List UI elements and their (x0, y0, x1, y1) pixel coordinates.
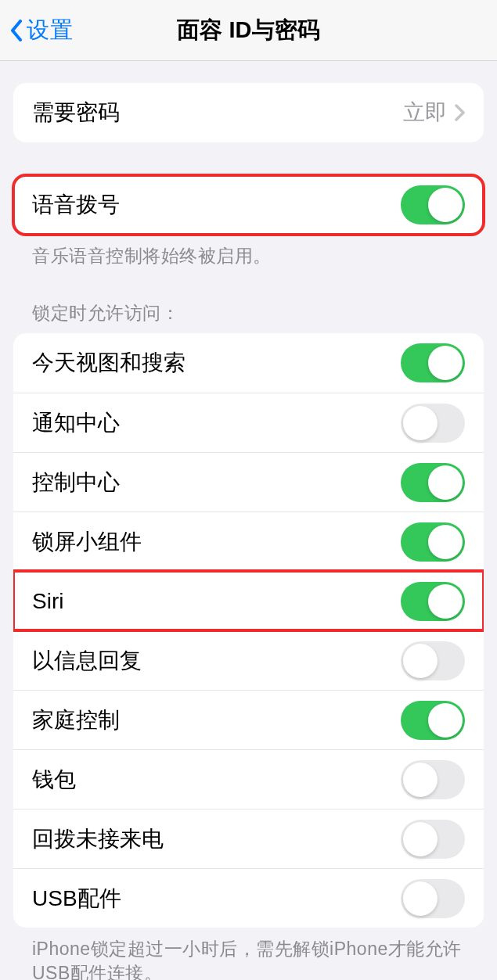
lock-access-row: 控制中心 (13, 452, 484, 512)
voice-dial-footer: 音乐语音控制将始终被启用。 (13, 235, 484, 268)
back-button[interactable]: 设置 (9, 15, 74, 46)
lock-access-footer: iPhone锁定超过一小时后，需先解锁iPhone才能允许USB配件连接。 (13, 928, 484, 980)
lock-access-item-label: 以信息回复 (32, 646, 142, 676)
lock-access-group: 今天视图和搜索通知中心控制中心锁屏小组件Siri以信息回复家庭控制钱包回拨未接来… (13, 333, 484, 928)
lock-access-item-label: 控制中心 (32, 468, 120, 497)
require-passcode-row[interactable]: 需要密码 立即 (13, 83, 484, 142)
require-passcode-group: 需要密码 立即 (13, 83, 484, 142)
lock-access-row: 以信息回复 (13, 630, 484, 690)
lock-access-row: 家庭控制 (13, 690, 484, 749)
lock-access-item-label: 回拨未接来电 (32, 824, 164, 854)
lock-access-item-toggle[interactable] (401, 760, 465, 799)
lock-access-row: 回拨未接来电 (13, 809, 484, 868)
lock-access-item-toggle[interactable] (401, 404, 465, 443)
nav-bar: 设置 面容 ID与密码 (0, 0, 497, 61)
chevron-right-icon (455, 104, 465, 121)
content: 需要密码 立即 语音拨号 音乐语音控制将始终被启用。 锁定时允许访问： 今天视图… (0, 61, 497, 980)
lock-access-item-toggle[interactable] (401, 522, 465, 562)
voice-dial-label: 语音拨号 (32, 190, 120, 220)
lock-access-row: 钱包 (13, 749, 484, 809)
lock-access-item-toggle[interactable] (401, 820, 465, 859)
row-right: 立即 (403, 98, 465, 127)
voice-dial-row: 语音拨号 (13, 175, 484, 235)
require-passcode-label: 需要密码 (32, 98, 120, 127)
voice-dial-group: 语音拨号 (13, 175, 484, 235)
chevron-left-icon (9, 20, 23, 41)
voice-dial-toggle[interactable] (401, 185, 465, 224)
lock-access-item-label: 锁屏小组件 (32, 527, 142, 557)
lock-access-item-label: Siri (32, 589, 63, 614)
lock-access-item-toggle[interactable] (401, 582, 465, 621)
back-label: 设置 (27, 15, 74, 46)
lock-access-item-label: 通知中心 (32, 408, 120, 438)
require-passcode-value: 立即 (403, 98, 447, 127)
lock-access-item-toggle[interactable] (401, 463, 465, 502)
lock-access-item-label: 今天视图和搜索 (32, 348, 185, 378)
lock-access-item-toggle[interactable] (401, 343, 465, 382)
lock-access-row: 锁屏小组件 (13, 512, 484, 571)
lock-access-row: Siri (13, 571, 484, 630)
lock-access-item-toggle[interactable] (401, 879, 465, 918)
page-title: 面容 ID与密码 (0, 15, 497, 46)
lock-access-item-label: 钱包 (32, 765, 76, 795)
lock-access-row: 今天视图和搜索 (13, 333, 484, 393)
lock-access-item-label: 家庭控制 (32, 705, 120, 735)
lock-access-row: USB配件 (13, 868, 484, 928)
lock-access-header: 锁定时允许访问： (13, 301, 484, 333)
lock-access-item-toggle[interactable] (401, 701, 465, 740)
lock-access-row: 通知中心 (13, 393, 484, 452)
lock-access-item-label: USB配件 (32, 884, 121, 914)
lock-access-item-toggle[interactable] (401, 641, 465, 680)
